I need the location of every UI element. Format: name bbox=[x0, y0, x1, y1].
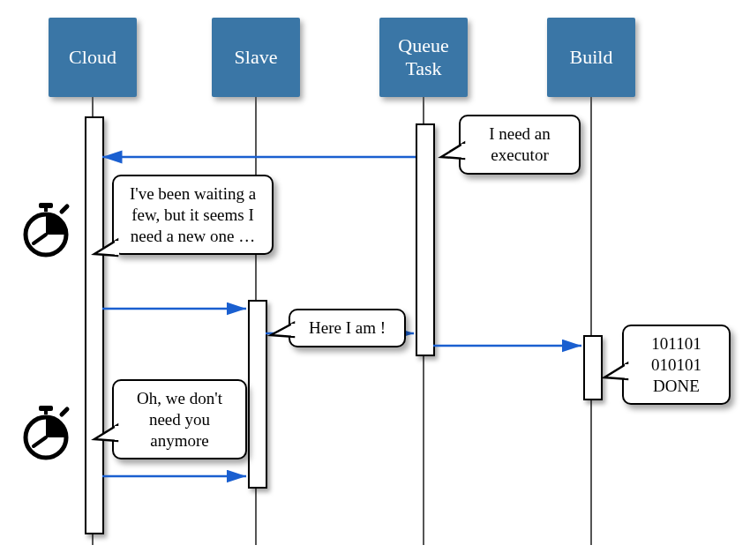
bubble-text: Oh, we don't need you anymore bbox=[137, 389, 222, 450]
svg-marker-13 bbox=[604, 363, 627, 379]
svg-rect-10 bbox=[291, 324, 296, 336]
bubble-text: 101101 010101 DONE bbox=[651, 334, 701, 395]
lifeline-build bbox=[590, 97, 592, 545]
activation-queue bbox=[416, 123, 435, 356]
bubble-need-executor: I need an executor bbox=[459, 115, 581, 175]
bubble-text: Here I am ! bbox=[309, 318, 386, 337]
activation-cloud bbox=[85, 116, 104, 534]
participant-label: Slave bbox=[235, 46, 278, 69]
svg-marker-9 bbox=[271, 323, 294, 337]
svg-rect-8 bbox=[115, 241, 119, 255]
bubble-text: I've been waiting a few, but it seems I … bbox=[130, 184, 256, 245]
participant-label: Cloud bbox=[69, 46, 116, 69]
bubble-build-done: 101101 010101 DONE bbox=[622, 325, 731, 405]
svg-marker-5 bbox=[441, 143, 464, 159]
bubble-waiting: I've been waiting a few, but it seems I … bbox=[112, 175, 274, 255]
svg-line-17 bbox=[62, 206, 67, 212]
participant-build: Build bbox=[547, 18, 635, 97]
svg-rect-12 bbox=[115, 426, 119, 440]
bubble-text: I need an executor bbox=[489, 124, 551, 164]
participant-label: Build bbox=[570, 46, 613, 69]
svg-marker-7 bbox=[94, 240, 117, 256]
sequence-diagram: Cloud Slave Queue Task Build I need an e… bbox=[0, 0, 750, 560]
bubble-here-i-am: Here I am ! bbox=[289, 309, 406, 347]
svg-rect-21 bbox=[44, 409, 48, 414]
activation-slave bbox=[248, 300, 267, 489]
svg-rect-6 bbox=[461, 144, 466, 158]
svg-marker-11 bbox=[94, 425, 117, 441]
participant-queue: Queue Task bbox=[379, 18, 468, 97]
participant-slave: Slave bbox=[212, 18, 300, 97]
bubble-dont-need: Oh, we don't need you anymore bbox=[112, 379, 247, 459]
stopwatch-icon bbox=[18, 404, 74, 460]
svg-rect-14 bbox=[625, 364, 629, 378]
svg-line-22 bbox=[62, 409, 67, 414]
stopwatch-icon bbox=[18, 201, 74, 258]
participant-label: Queue Task bbox=[379, 34, 468, 81]
svg-rect-16 bbox=[44, 206, 48, 212]
activation-build bbox=[583, 335, 603, 400]
participant-cloud: Cloud bbox=[49, 18, 137, 97]
